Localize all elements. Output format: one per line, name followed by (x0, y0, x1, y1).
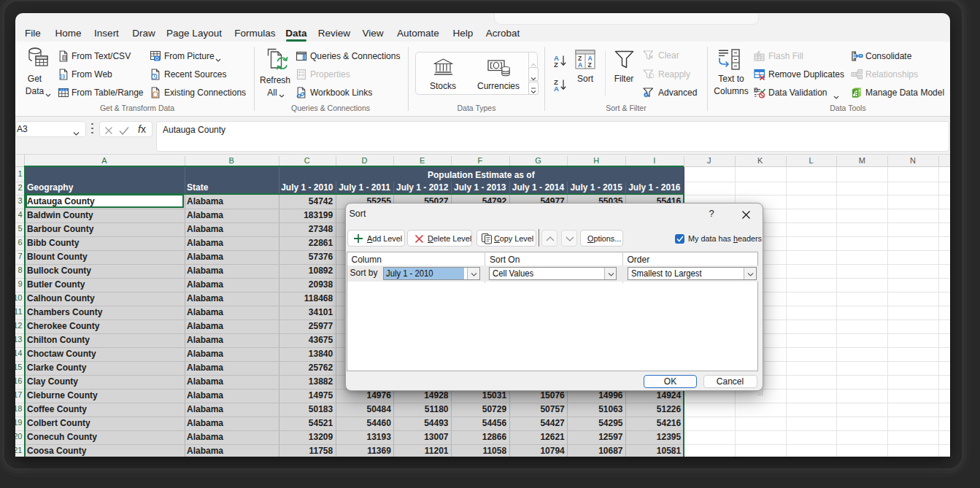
svg-text:Z: Z (554, 61, 558, 68)
svg-text:A: A (554, 85, 559, 92)
svg-text:Z: Z (588, 61, 592, 69)
svg-text:A: A (578, 61, 582, 69)
